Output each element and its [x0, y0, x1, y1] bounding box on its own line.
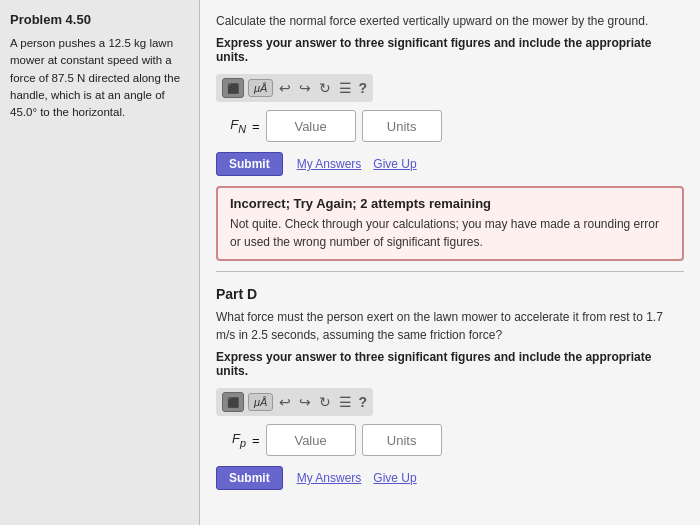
toolbar-top: ⬛ μÅ ↩ ↪ ↻ ☰ ? — [216, 74, 373, 102]
problem-text: A person pushes a 12.5 kg lawn mower at … — [10, 35, 189, 121]
part-d-title: Part D — [216, 286, 684, 302]
submit-button-d[interactable]: Submit — [216, 466, 283, 490]
feedback-title: Incorrect; Try Again; 2 attempts remaini… — [230, 196, 670, 211]
divider — [216, 271, 684, 272]
submit-row-d: Submit My Answers Give Up — [216, 466, 684, 490]
undo-icon-d[interactable]: ↩ — [277, 392, 293, 412]
value-input-d[interactable] — [266, 424, 356, 456]
menu-icon-top[interactable]: ☰ — [337, 78, 354, 98]
fp-label: Fp — [216, 431, 246, 449]
feedback-text: Not quite. Check through your calculatio… — [230, 215, 670, 251]
feedback-box: Incorrect; Try Again; 2 attempts remaini… — [216, 186, 684, 261]
square-icon-top[interactable]: ⬛ — [222, 78, 244, 98]
problem-title: Problem 4.50 — [10, 12, 189, 27]
part-d-question: What force must the person exert on the … — [216, 308, 684, 344]
answer-links-d: My Answers Give Up — [297, 471, 417, 485]
refresh-icon-d[interactable]: ↻ — [317, 392, 333, 412]
my-answers-link-d[interactable]: My Answers — [297, 471, 362, 485]
bold-instruction-top: Express your answer to three significant… — [216, 36, 684, 64]
units-input-d[interactable] — [362, 424, 442, 456]
top-instruction: Calculate the normal force exerted verti… — [216, 12, 684, 30]
give-up-link-d[interactable]: Give Up — [373, 471, 416, 485]
answer-links-top: My Answers Give Up — [297, 157, 417, 171]
answer-row-d: Fp = — [216, 424, 684, 456]
undo-icon-top[interactable]: ↩ — [277, 78, 293, 98]
mu-btn-d[interactable]: μÅ — [248, 393, 273, 411]
equals-sign-top: = — [252, 119, 260, 134]
menu-icon-d[interactable]: ☰ — [337, 392, 354, 412]
toolbar-d: ⬛ μÅ ↩ ↪ ↻ ☰ ? — [216, 388, 373, 416]
redo-icon-top[interactable]: ↪ — [297, 78, 313, 98]
units-input-top[interactable] — [362, 110, 442, 142]
right-panel: Calculate the normal force exerted verti… — [200, 0, 700, 525]
refresh-icon-top[interactable]: ↻ — [317, 78, 333, 98]
fn-label: FN — [216, 117, 246, 135]
help-icon-d[interactable]: ? — [358, 394, 367, 410]
my-answers-link-top[interactable]: My Answers — [297, 157, 362, 171]
help-icon-top[interactable]: ? — [358, 80, 367, 96]
redo-icon-d[interactable]: ↪ — [297, 392, 313, 412]
bold-instruction-d: Express your answer to three significant… — [216, 350, 684, 378]
submit-row-top: Submit My Answers Give Up — [216, 152, 684, 176]
equals-sign-d: = — [252, 433, 260, 448]
answer-row-top: FN = — [216, 110, 684, 142]
submit-button-top[interactable]: Submit — [216, 152, 283, 176]
give-up-link-top[interactable]: Give Up — [373, 157, 416, 171]
square-icon-d[interactable]: ⬛ — [222, 392, 244, 412]
left-panel: Problem 4.50 A person pushes a 12.5 kg l… — [0, 0, 200, 525]
mu-btn-top[interactable]: μÅ — [248, 79, 273, 97]
value-input-top[interactable] — [266, 110, 356, 142]
